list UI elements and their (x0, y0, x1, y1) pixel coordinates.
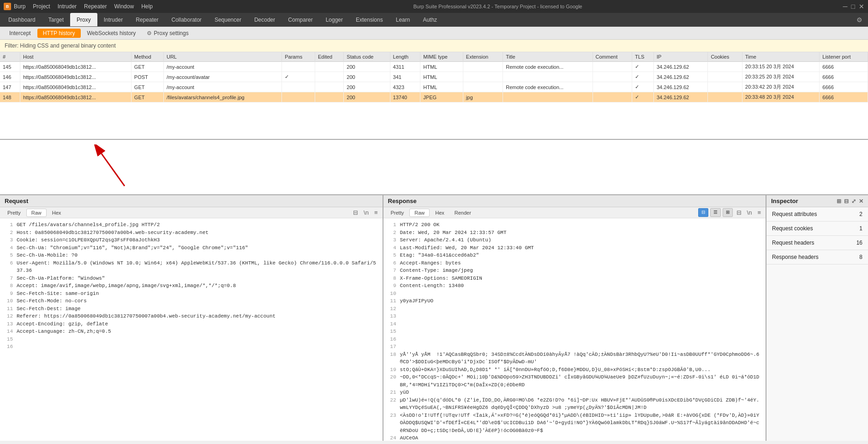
request-content: 1GET /files/avatars/channels4_profile.jp… (0, 218, 383, 441)
response-line: 14 (387, 320, 762, 328)
inspector-row-item[interactable]: Request attributes2 (766, 207, 868, 222)
col-header-edited[interactable]: Edited (315, 52, 344, 62)
nav-tab-proxy[interactable]: Proxy (70, 13, 97, 26)
line-text: Accept-Encoding: gzip, deflate (17, 320, 108, 328)
menu-repeater[interactable]: Repeater (84, 3, 107, 10)
line-number: 11 (387, 297, 396, 305)
nav-tab-repeater[interactable]: Repeater (129, 13, 165, 26)
close-button[interactable]: ✕ (859, 3, 864, 10)
inspector-icon-close[interactable]: ✕ (859, 198, 863, 204)
menu-burp[interactable]: Burp (14, 3, 25, 10)
inspector-icon-table[interactable]: ⊞ (837, 198, 841, 204)
response-icon-wrap[interactable]: ⊟ (735, 208, 743, 217)
response-view-list[interactable]: ☰ (710, 208, 721, 217)
col-header-params[interactable]: Params (282, 52, 315, 62)
inspector-row-item[interactable]: Request headers16 (766, 236, 868, 250)
sub-tab-websockets[interactable]: WebSockets history (82, 29, 142, 38)
inspector-row-item[interactable]: Response headers8 (766, 250, 868, 264)
sub-tab-intercept[interactable]: Intercept (4, 29, 36, 38)
table-row[interactable]: 146https://0a850068049db1c3812...POST/my… (0, 72, 868, 82)
col-header-tls[interactable]: TLS (632, 52, 654, 62)
line-number: 8 (387, 275, 396, 282)
inspector-row-label: Request cookies (772, 225, 813, 232)
col-header-url[interactable]: URL (163, 52, 281, 62)
proxy-settings-button[interactable]: ⚙ Proxy settings (142, 29, 193, 38)
request-tab-pretty[interactable]: Pretty (3, 209, 25, 216)
arrow-area (0, 140, 868, 195)
request-tab-raw[interactable]: Raw (26, 209, 47, 217)
line-number: 9 (387, 282, 396, 290)
col-header-port[interactable]: Listener port (820, 52, 868, 62)
maximize-button[interactable]: □ (851, 3, 855, 10)
response-line: 4Last-Modified: Wed, 20 Mar 2024 12:33:4… (387, 244, 762, 252)
line-number: 13 (4, 320, 13, 328)
nav-tab-logger[interactable]: Logger (319, 13, 349, 26)
table-row[interactable]: 148https://0a850068049db1c3812...GET/fil… (0, 92, 868, 102)
request-line: 13Accept-Encoding: gzip, deflate (4, 320, 379, 328)
response-tab-hex[interactable]: Hex (431, 209, 449, 216)
col-header-ip[interactable]: IP (653, 52, 708, 62)
nav-tab-dashboard[interactable]: Dashboard (2, 13, 42, 26)
request-icon-menu[interactable]: ≡ (372, 208, 380, 217)
nav-tab-decoder[interactable]: Decoder (248, 13, 281, 26)
response-line: 5Etag: "34a0-6141&cced6ab2" (387, 252, 762, 259)
line-text: Accept: image/avif,image/webp,image/apng… (17, 282, 236, 290)
response-view-grid[interactable]: ⊟ (698, 208, 708, 217)
inspector-icon-expand[interactable]: ⤢ (851, 198, 856, 204)
nav-tab-sequencer[interactable]: Sequencer (208, 13, 248, 26)
col-header-cookies[interactable]: Cookies (708, 52, 742, 62)
menu-window[interactable]: Window (114, 3, 134, 10)
line-number: 15 (387, 328, 396, 336)
nav-tab-intruder[interactable]: Intruder (97, 13, 129, 26)
nav-tab-extensions[interactable]: Extensions (349, 13, 389, 26)
col-header-status[interactable]: Status code (344, 52, 390, 62)
line-number: 12 (4, 312, 13, 320)
inspector-header: Inspector ⊞ ⊟ ⤢ ✕ (766, 195, 868, 207)
nav-tab-learn[interactable]: Learn (389, 13, 417, 26)
col-header-ext[interactable]: Extension (463, 52, 503, 62)
line-text: Etag: "34a0-6141&cced6ab2" (400, 252, 479, 259)
line-text: HTTP/2 200 OK (400, 221, 440, 229)
inspector-row-count: 2 (859, 211, 862, 217)
minimize-button[interactable]: ─ (843, 3, 848, 10)
nav-tab-comparer[interactable]: Comparer (281, 13, 319, 26)
response-icon-menu[interactable]: ≡ (755, 208, 763, 217)
col-header-title[interactable]: Title (503, 52, 593, 62)
col-header-length[interactable]: Length (390, 52, 420, 62)
col-header-id[interactable]: # (0, 52, 20, 62)
col-header-comment[interactable]: Comment (593, 52, 632, 62)
request-icon-wrap[interactable]: ⊟ (351, 208, 360, 217)
window-controls: ─ □ ✕ (843, 3, 864, 10)
response-icon-newline[interactable]: \n (745, 208, 754, 217)
col-header-mime[interactable]: MIME type (420, 52, 463, 62)
line-text: <ÀsDD!o'I!UTf{!UTqv!UTf <Ïaik,Á'»xFD?=G(… (400, 412, 762, 435)
response-tab-raw[interactable]: Raw (409, 209, 430, 217)
col-header-time[interactable]: Time (742, 52, 820, 62)
nav-tab-authz[interactable]: Authz (416, 13, 443, 26)
col-header-method[interactable]: Method (131, 52, 163, 62)
table-row[interactable]: 147https://0a850068049db1c3812...GET/my-… (0, 82, 868, 92)
request-icon-newline[interactable]: \n (362, 208, 371, 217)
line-text: Cookie: session=c1OLPE0XQpUT2qsg3FsFF08a… (17, 236, 160, 244)
response-tab-pretty[interactable]: Pretty (386, 209, 409, 216)
sub-tab-http-history[interactable]: HTTP history (37, 29, 81, 38)
response-view-split[interactable]: ⊞ (723, 208, 733, 217)
inspector-row-count: 16 (856, 240, 862, 246)
menu-help[interactable]: Help (141, 3, 153, 10)
menu-project[interactable]: Project (33, 3, 50, 10)
col-header-host[interactable]: Host (20, 52, 132, 62)
table-row[interactable]: 145https://0a850068049db1c3812...GET/my-… (0, 62, 868, 72)
filter-bar[interactable]: Filter: Hiding CSS and general binary co… (0, 40, 868, 52)
request-tabs-row: Pretty Raw Hex ⊟ \n ≡ (0, 207, 383, 218)
inspector-row-item[interactable]: Request cookies1 (766, 222, 868, 236)
menu-intruder[interactable]: Intruder (58, 3, 77, 10)
nav-tab-collaborator[interactable]: Collaborator (165, 13, 208, 26)
main-nav-right: ⚙ (853, 16, 866, 24)
line-number: 4 (4, 244, 13, 252)
response-tab-render[interactable]: Render (450, 209, 476, 216)
global-settings-icon[interactable]: ⚙ (853, 16, 866, 24)
inspector-icon-list[interactable]: ⊟ (844, 198, 849, 204)
nav-tab-target[interactable]: Target (42, 13, 70, 26)
response-line: 22µD'lwU)é«!Q(q'dóDL*0 (Z'ie,ÏDD_DO,ÀRG0… (387, 396, 762, 412)
request-tab-hex[interactable]: Hex (48, 209, 66, 216)
